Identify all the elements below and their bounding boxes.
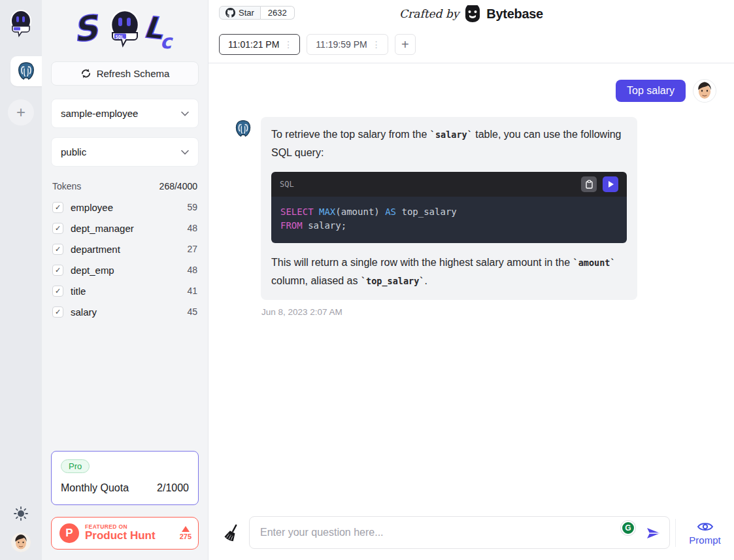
sqlchat-logo: S SQL L c [51,5,199,61]
table-checkbox[interactable]: ✓ [52,286,63,297]
sql-code[interactable]: SELECT MAX(amount) AS top_salary FROM sa… [271,197,627,243]
table-row: ✓ title 41 [51,282,199,300]
question-input-container: G [249,516,670,549]
assistant-paragraph-2: This will return a single row with the h… [271,254,627,290]
table-name: department [71,244,187,255]
table-token-count: 27 [187,244,197,254]
postgresql-icon [16,61,37,82]
svg-text:S: S [73,8,103,50]
schema-select[interactable]: public [51,137,199,167]
tokens-summary: Tokens 268/4000 [51,176,199,198]
upvote-count: 275 [180,526,192,540]
send-arrow-icon [646,525,661,541]
crafted-by-brand[interactable]: Crafted by Bytebase [399,5,543,22]
add-connection-button[interactable]: + [8,99,34,125]
table-checkbox[interactable]: ✓ [52,202,63,213]
refresh-icon [80,68,92,79]
user-account-avatar[interactable] [11,533,31,552]
schema-select-value: public [61,146,86,157]
assistant-message-bubble: To retrieve the top salary from the `sal… [261,117,637,300]
upvote-number: 275 [180,533,192,540]
tab-label: 11:19:59 PM [316,39,367,50]
table-name: salary [71,306,187,318]
github-icon [225,8,235,18]
table-checkbox[interactable]: ✓ [52,265,63,276]
table-token-count: 48 [187,223,197,233]
table-row: ✓ dept_emp 48 [51,261,199,279]
github-star-count: 2632 [261,6,295,20]
upvote-triangle-icon [182,526,190,532]
database-select[interactable]: sample-employee [51,99,199,128]
inline-code-amount: `amount` [573,257,616,268]
table-token-count: 41 [187,286,197,296]
clear-conversation-broom-icon[interactable] [220,519,244,546]
sidebar-spacer [51,321,199,451]
sqlchat-app: + [0,0,734,560]
crafted-by-text: Crafted by [399,7,459,20]
inline-code-top-salary: `top_salary` [361,276,425,286]
code-language-label: SQL [280,175,581,193]
copy-code-button[interactable] [581,176,597,192]
sqlchat-bot-icon[interactable] [8,9,34,38]
table-name: dept_emp [71,265,187,276]
github-star-button[interactable]: Star 2632 [219,6,295,20]
question-input[interactable] [250,517,669,548]
assistant-message-row: To retrieve the top salary from the `sal… [233,117,716,317]
theme-toggle-sun-icon[interactable] [14,506,28,521]
table-checkbox[interactable]: ✓ [52,306,63,318]
bytebase-brand-name: Bytebase [486,7,543,22]
clipboard-icon [585,180,593,189]
table-checkbox[interactable]: ✓ [52,223,63,234]
user-message-bubble: Top salary [616,80,686,102]
table-token-count: 59 [187,202,197,212]
tab-conversation[interactable]: 11:19:59 PM ⋮ [307,34,388,55]
table-row: ✓ employee 59 [51,198,199,216]
product-hunt-badge[interactable]: P FEATURED ON Product Hunt 275 [51,517,199,550]
table-token-count: 45 [187,306,197,317]
svg-text:c: c [160,30,173,53]
github-star-label: Star [239,8,254,18]
product-hunt-logo: P [59,523,79,543]
composer-bar: G Prompt [209,516,734,560]
refresh-schema-label: Refresh Schema [97,68,170,79]
tab-menu-kebab-icon[interactable]: ⋮ [372,39,381,50]
refresh-schema-button[interactable]: Refresh Schema [51,61,199,86]
connection-postgres[interactable] [10,56,42,86]
message-timestamp: Jun 8, 2023 2:07 AM [261,307,637,317]
table-row: ✓ department 27 [51,240,199,258]
table-checkbox[interactable]: ✓ [52,244,63,255]
tab-menu-kebab-icon[interactable]: ⋮ [284,39,293,50]
chat-area[interactable]: Top salary [209,63,734,516]
run-query-button[interactable] [603,176,618,192]
user-avatar [693,79,716,103]
eye-icon [697,520,714,533]
sql-code-block: SQL [271,172,627,243]
table-row: ✓ salary 45 [51,303,199,321]
main-panel: Star 2632 Crafted by Bytebase 11:01:21 P… [209,0,734,560]
assistant-paragraph-1: To retrieve the top salary from the `sal… [271,125,627,162]
quota-card: Pro Monthly Quota 2/1000 [51,451,199,505]
tab-conversation-active[interactable]: 11:01:21 PM ⋮ [219,34,300,55]
monthly-quota-value: 2/1000 [157,482,189,494]
sidebar: S SQL L c [42,0,209,560]
send-button[interactable] [646,525,661,541]
prompt-button[interactable]: Prompt [675,519,734,547]
code-block-header: SQL [271,172,627,197]
assistant-postgres-avatar [233,118,253,139]
tab-label: 11:01:21 PM [228,39,279,50]
conversation-tabs: 11:01:21 PM ⋮ 11:19:59 PM ⋮ + [209,27,734,63]
grammarly-icon[interactable]: G [621,521,635,535]
top-header: Star 2632 Crafted by Bytebase [209,0,734,27]
pro-badge: Pro [61,459,90,473]
table-list: ✓ employee 59 ✓ dept_manager 48 ✓ depart… [51,198,199,321]
tokens-value: 268/4000 [159,181,197,191]
play-icon [609,181,614,188]
monthly-quota-label: Monthly Quota [61,482,129,494]
tokens-label: Tokens [52,181,81,191]
inline-code-salary: `salary` [430,129,473,140]
new-conversation-button[interactable]: + [395,34,416,55]
table-token-count: 48 [187,265,197,275]
chevron-down-icon [181,111,189,116]
table-row: ✓ dept_manager 48 [51,219,199,237]
left-rail: + [0,0,42,560]
